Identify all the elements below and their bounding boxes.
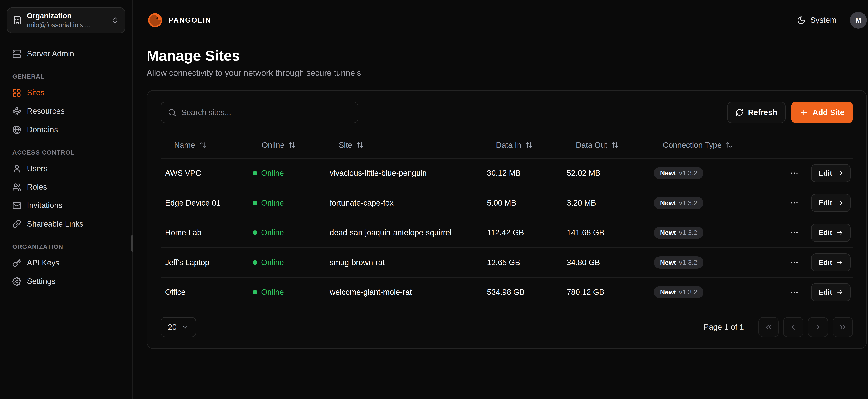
row-actions: Edit <box>789 283 850 301</box>
row-actions: Edit <box>789 194 850 212</box>
page-header: Manage Sites Allow connectivity to your … <box>133 40 868 78</box>
cell-site: vivacious-little-blue-penguin <box>330 168 487 178</box>
column-header-data-in[interactable]: Data In <box>487 141 567 150</box>
chevrons-left-icon <box>764 323 773 332</box>
sidebar-item-sites[interactable]: Sites <box>7 84 125 102</box>
refresh-button[interactable]: Refresh <box>727 102 785 123</box>
sidebar-nav: Server Admin GENERAL Sites Resources Dom… <box>7 44 125 290</box>
row-menu-button[interactable] <box>789 167 800 179</box>
sidebar-scrollbar[interactable] <box>131 235 133 252</box>
ellipsis-icon <box>790 288 799 297</box>
online-dot <box>253 260 257 265</box>
connection-badge: Newtv1.3.2 <box>654 197 704 209</box>
theme-toggle[interactable]: System <box>797 16 837 25</box>
row-menu-button[interactable] <box>789 227 800 238</box>
column-header-name[interactable]: Name <box>165 141 253 150</box>
search-icon <box>168 109 176 117</box>
org-selector[interactable]: Organization milo@fossorial.io's ... <box>7 7 125 33</box>
key-icon <box>12 258 21 268</box>
sidebar-item-api-keys[interactable]: API Keys <box>7 254 125 272</box>
column-label: Data In <box>496 141 521 150</box>
prev-page-button[interactable] <box>783 317 803 337</box>
sites-table: Name Online Site Data In Data Out Connec… <box>161 132 853 307</box>
cell-name: Edge Device 01 <box>165 198 253 208</box>
online-label: Online <box>261 228 284 237</box>
section-label-general: GENERAL <box>12 73 120 80</box>
first-page-button[interactable] <box>758 317 779 337</box>
next-page-button[interactable] <box>808 317 828 337</box>
org-title: Organization <box>27 11 106 21</box>
client-name: Newt <box>660 259 676 266</box>
online-dot <box>253 290 257 295</box>
cell-name: Jeff's Laptop <box>165 258 253 267</box>
chevron-left-icon <box>789 323 798 332</box>
edit-button[interactable]: Edit <box>811 283 850 301</box>
link-icon <box>12 219 21 228</box>
column-label: Name <box>174 141 195 150</box>
client-version: v1.3.2 <box>679 199 698 207</box>
sort-icon <box>726 141 733 149</box>
online-dot <box>253 231 257 235</box>
ellipsis-icon <box>790 228 799 237</box>
topbar: PANGOLIN System M <box>133 0 868 40</box>
server-icon <box>12 49 21 58</box>
chevron-down-icon <box>182 324 189 331</box>
waypoints-icon <box>12 107 21 116</box>
org-texts: Organization milo@fossorial.io's ... <box>27 11 106 29</box>
online-dot <box>253 171 257 175</box>
online-dot <box>253 201 257 205</box>
column-label: Data Out <box>576 141 607 150</box>
users-icon <box>12 183 21 192</box>
user-icon <box>12 164 21 173</box>
last-page-button[interactable] <box>833 317 853 337</box>
cell-online: Online <box>253 198 330 208</box>
section-label-organization: ORGANIZATION <box>12 243 120 250</box>
column-label: Connection Type <box>663 141 722 150</box>
cell-data-out: 52.02 MB <box>567 168 654 178</box>
sidebar-item-roles[interactable]: Roles <box>7 178 125 196</box>
sidebar-item-users[interactable]: Users <box>7 159 125 178</box>
theme-label: System <box>810 16 836 25</box>
sidebar-item-domains[interactable]: Domains <box>7 121 125 139</box>
ellipsis-icon <box>790 168 799 178</box>
sidebar-item-shareable-links[interactable]: Shareable Links <box>7 215 125 233</box>
add-site-button[interactable]: Add Site <box>791 102 853 123</box>
sites-toolbar: Refresh Add Site <box>161 102 853 123</box>
row-menu-button[interactable] <box>789 287 800 298</box>
cell-online: Online <box>253 288 330 297</box>
connection-badge: Newtv1.3.2 <box>654 167 704 179</box>
row-menu-button[interactable] <box>789 197 800 209</box>
column-header-online[interactable]: Online <box>253 141 330 150</box>
search-input[interactable] <box>181 108 351 117</box>
chevrons-up-down-icon <box>111 16 119 24</box>
row-menu-button[interactable] <box>789 257 800 268</box>
sidebar-item-settings[interactable]: Settings <box>7 272 125 290</box>
cell-data-in: 112.42 GB <box>487 228 567 237</box>
table-row: Office Online welcome-giant-mole-rat 534… <box>161 277 853 307</box>
edit-button[interactable]: Edit <box>811 194 850 212</box>
org-subtitle: milo@fossorial.io's ... <box>27 21 106 29</box>
edit-button[interactable]: Edit <box>811 253 850 272</box>
column-header-data-out[interactable]: Data Out <box>567 141 654 150</box>
sidebar-item-server-admin[interactable]: Server Admin <box>7 44 125 63</box>
edit-button[interactable]: Edit <box>811 224 850 242</box>
cell-connection-type: Newtv1.3.2 <box>654 167 789 179</box>
sidebar-item-resources[interactable]: Resources <box>7 102 125 121</box>
edit-button[interactable]: Edit <box>811 164 850 182</box>
edit-label: Edit <box>818 288 832 296</box>
column-header-site[interactable]: Site <box>330 141 487 150</box>
cell-online: Online <box>253 258 330 267</box>
sort-icon <box>356 141 364 149</box>
sidebar-item-label: Server Admin <box>27 49 74 59</box>
avatar[interactable]: M <box>850 12 867 29</box>
edit-label: Edit <box>818 199 832 207</box>
app-window: Organization milo@fossorial.io's ... Ser… <box>0 0 868 399</box>
page-size-select[interactable]: 20 <box>161 317 196 337</box>
column-header-connection-type[interactable]: Connection Type <box>654 141 789 150</box>
edit-label: Edit <box>818 169 832 177</box>
page-title: Manage Sites <box>147 47 867 64</box>
sidebar-item-label: Settings <box>27 277 55 286</box>
edit-label: Edit <box>818 258 832 267</box>
cell-name: Office <box>165 288 253 297</box>
sidebar-item-invitations[interactable]: Invitations <box>7 196 125 215</box>
